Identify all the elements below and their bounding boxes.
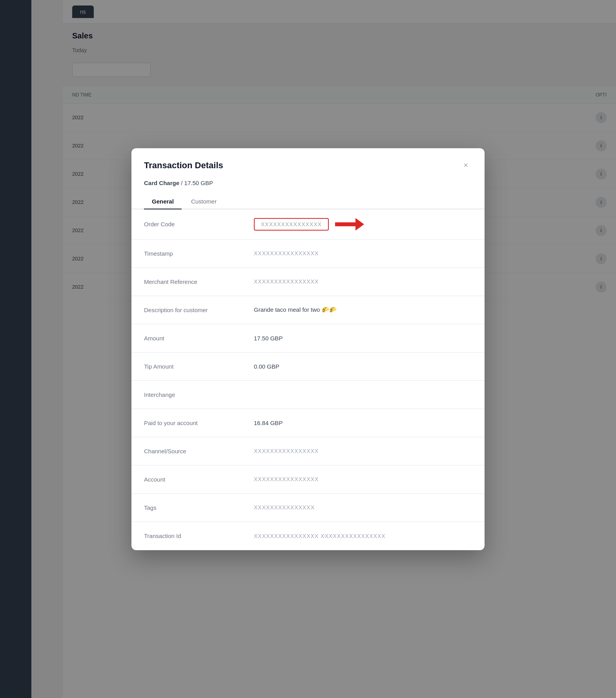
value-description: Grande taco meal for two 🌮🌮 <box>254 306 337 313</box>
detail-row-order-code: Order Code XXXXXXXXXXXXXXX <box>131 209 485 240</box>
label-timestamp: Timestamp <box>144 250 254 257</box>
detail-row-paid-to-account: Paid to your account 16.84 GBP <box>131 409 485 437</box>
value-account: XXXXXXXXXXXXXXXX <box>254 476 319 482</box>
detail-row-timestamp: Timestamp XXXXXXXXXXXXXXXX <box>131 240 485 268</box>
label-interchange: Interchange <box>144 391 254 398</box>
tabs-container: General Customer <box>131 194 485 209</box>
order-code-wrapper: XXXXXXXXXXXXXXX <box>254 218 364 231</box>
detail-row-merchant-reference: Merchant Reference XXXXXXXXXXXXXXXX <box>131 268 485 296</box>
label-amount: Amount <box>144 335 254 342</box>
detail-row-amount: Amount 17.50 GBP <box>131 324 485 353</box>
value-timestamp: XXXXXXXXXXXXXXXX <box>254 250 319 256</box>
arrow-body <box>335 222 355 226</box>
tab-general[interactable]: General <box>144 194 182 209</box>
detail-row-channel-source: Channel/Source XXXXXXXXXXXXXXXX <box>131 437 485 465</box>
modal-subtitle-separator: / <box>181 180 184 186</box>
modal-subtitle: Card Charge / 17.50 GBP <box>131 180 485 194</box>
label-merchant-reference: Merchant Reference <box>144 278 254 285</box>
label-channel-source: Channel/Source <box>144 448 254 454</box>
value-tip-amount: 0.00 GBP <box>254 363 279 370</box>
modal-title: Transaction Details <box>144 160 223 171</box>
label-tip-amount: Tip Amount <box>144 363 254 370</box>
detail-row-transaction-id: Transaction Id XXXXXXXXXXXXXXXX XXXXXXXX… <box>131 522 485 550</box>
value-channel-source: XXXXXXXXXXXXXXXX <box>254 448 319 454</box>
detail-row-interchange: Interchange <box>131 381 485 409</box>
detail-row-description: Description for customer Grande taco mea… <box>131 296 485 324</box>
value-paid-to-account: 16.84 GBP <box>254 420 282 426</box>
modal-subtitle-amount: 17.50 GBP <box>184 180 213 186</box>
detail-row-account: Account XXXXXXXXXXXXXXXX <box>131 465 485 494</box>
detail-row-tags: Tags XXXXXXXXXXXXXXX <box>131 494 485 522</box>
modal-subtitle-type: Card Charge <box>144 180 179 186</box>
detail-row-tip-amount: Tip Amount 0.00 GBP <box>131 353 485 381</box>
arrow-head <box>355 218 364 231</box>
label-account: Account <box>144 476 254 483</box>
label-paid-to-account: Paid to your account <box>144 420 254 426</box>
value-tags: XXXXXXXXXXXXXXX <box>254 504 315 511</box>
label-description: Description for customer <box>144 307 254 313</box>
order-code-value: XXXXXXXXXXXXXXX <box>254 218 329 231</box>
close-button[interactable]: × <box>459 159 472 172</box>
modal-overlay: Transaction Details × Card Charge / 17.5… <box>0 0 616 698</box>
label-order-code: Order Code <box>144 221 254 227</box>
value-amount: 17.50 GBP <box>254 335 282 342</box>
modal-header: Transaction Details × <box>131 148 485 180</box>
transaction-details-modal: Transaction Details × Card Charge / 17.5… <box>131 148 485 550</box>
red-arrow-indicator <box>335 218 364 231</box>
label-tags: Tags <box>144 504 254 511</box>
details-table: Order Code XXXXXXXXXXXXXXX Timestamp XXX… <box>131 209 485 550</box>
tab-customer[interactable]: Customer <box>183 194 224 209</box>
value-transaction-id: XXXXXXXXXXXXXXXX XXXXXXXXXXXXXXXX <box>254 533 386 539</box>
label-transaction-id: Transaction Id <box>144 533 254 539</box>
value-merchant-reference: XXXXXXXXXXXXXXXX <box>254 278 319 285</box>
